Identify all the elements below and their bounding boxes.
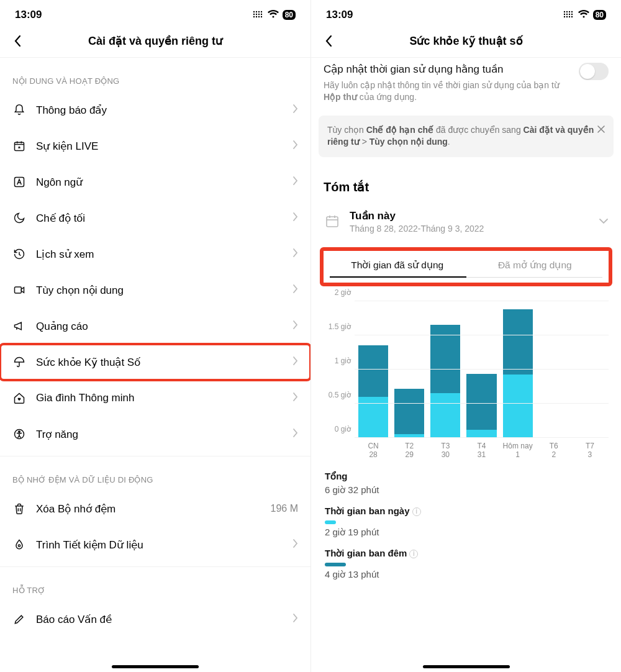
settings-item-bell[interactable]: Thông báo đẩy xyxy=(0,92,310,128)
info-icon[interactable]: i xyxy=(412,507,421,516)
page-title: Sức khỏe kỹ thuật số xyxy=(311,34,621,48)
chevron-right-icon xyxy=(292,212,298,224)
svg-point-21 xyxy=(566,14,567,15)
svg-point-19 xyxy=(566,16,567,17)
settings-item-megaphone[interactable]: Quảng cáo xyxy=(0,308,310,344)
chevron-right-icon xyxy=(292,538,298,551)
chevron-right-icon xyxy=(292,392,298,404)
item-label: Trình Tiết kiệm Dữ liệu xyxy=(36,538,283,552)
nav-header: Cài đặt và quyền riêng tư xyxy=(0,27,310,57)
home-indicator[interactable] xyxy=(423,665,510,668)
settings-item-pen[interactable]: Báo cáo Vấn đề xyxy=(0,601,310,637)
chevron-right-icon xyxy=(292,104,298,116)
settings-item-calendar-star[interactable]: Sự kiện LIVE xyxy=(0,128,310,164)
svg-point-23 xyxy=(568,14,569,15)
tabs-container: Thời gian đã sử dụng Đã mở ứng dụng xyxy=(321,248,611,285)
item-label: Sự kiện LIVE xyxy=(36,140,283,153)
x-tick: T431 xyxy=(466,442,496,460)
drop-icon xyxy=(12,538,26,552)
nighttime-bar xyxy=(325,563,346,566)
section-header-cache: BỘ NHỚ ĐỆM VÀ DỮ LIỆU DI ĐỘNG xyxy=(0,456,310,491)
daytime-row: Thời gian ban ngàyi 2 giờ 19 phút xyxy=(325,506,607,538)
item-label: Gia đình Thông minh xyxy=(36,392,283,404)
tab-app-opened[interactable]: Đã mở ứng dụng xyxy=(466,257,604,277)
megaphone-icon xyxy=(12,319,26,333)
close-icon[interactable] xyxy=(595,123,607,135)
status-bar: 13:09 80 xyxy=(0,0,310,27)
item-label: Ngôn ngữ xyxy=(36,176,283,189)
y-tick: 0.5 giờ xyxy=(324,391,351,399)
settings-item-trash[interactable]: Xóa Bộ nhớ đệm196 M xyxy=(0,491,310,527)
calendar-star-icon xyxy=(12,139,26,153)
right-phone: 13:09 80 Sức khỏe kỹ thuật số Cập nhật t… xyxy=(310,0,621,672)
nav-header: Sức khỏe kỹ thuật số xyxy=(311,27,621,57)
y-tick: 2 giờ xyxy=(324,288,351,297)
video-icon xyxy=(12,283,26,297)
svg-point-28 xyxy=(568,11,569,12)
moon-icon xyxy=(12,211,26,225)
chevron-right-icon xyxy=(292,356,298,368)
bar xyxy=(394,389,424,438)
chevron-right-icon xyxy=(292,284,298,296)
status-time: 13:09 xyxy=(15,9,42,21)
settings-item-history[interactable]: Lịch sử xem xyxy=(0,236,310,272)
svg-point-20 xyxy=(563,14,564,15)
svg-rect-14 xyxy=(15,287,22,293)
accessibility-icon xyxy=(12,427,26,441)
summary-title: Tóm tắt xyxy=(324,179,609,194)
wifi-icon xyxy=(578,9,589,20)
svg-rect-30 xyxy=(327,217,338,227)
weekly-update-title: Cập nhật thời gian sử dụng hằng tuần xyxy=(324,63,571,76)
back-button[interactable] xyxy=(321,34,336,48)
svg-point-6 xyxy=(260,16,261,17)
week-range: Tháng 8 28, 2022-Tháng 9 3, 2022 xyxy=(350,224,484,234)
x-tick: T62 xyxy=(539,442,569,460)
svg-point-2 xyxy=(253,14,254,15)
status-icons: 80 xyxy=(253,9,296,20)
daytime-value: 2 giờ 19 phút xyxy=(325,527,607,538)
home-indicator[interactable] xyxy=(112,665,199,668)
total-label: Tổng xyxy=(325,471,607,482)
week-label: Tuần này xyxy=(350,209,484,222)
settings-item-video[interactable]: Tùy chọn nội dung xyxy=(0,272,310,308)
week-selector[interactable]: Tuần này Tháng 8 28, 2022-Tháng 9 3, 202… xyxy=(311,203,621,237)
x-tick: Hôm nay1 xyxy=(503,442,533,460)
daytime-bar xyxy=(325,520,336,524)
settings-item-drop[interactable]: Trình Tiết kiệm Dữ liệu xyxy=(0,527,310,563)
svg-point-24 xyxy=(571,16,572,17)
item-label: Tùy chọn nội dung xyxy=(36,284,283,297)
nighttime-row: Thời gian ban đêmi 4 giờ 13 phút xyxy=(325,548,607,580)
bell-icon xyxy=(12,103,26,117)
y-tick: 1.5 giờ xyxy=(324,322,351,331)
nighttime-label: Thời gian ban đêmi xyxy=(325,548,607,559)
chevron-right-icon xyxy=(292,176,298,188)
x-tick: T73 xyxy=(575,442,605,460)
item-label: Thông báo đẩy xyxy=(36,104,283,117)
svg-point-11 xyxy=(260,11,261,12)
settings-item-accessibility[interactable]: Trợ năng xyxy=(0,416,310,452)
settings-item-moon[interactable]: Chế độ tối xyxy=(0,200,310,236)
back-button[interactable] xyxy=(10,34,25,48)
tab-time-spent[interactable]: Thời gian đã sử dụng xyxy=(329,257,466,277)
settings-item-letter-a[interactable]: Ngôn ngữ xyxy=(0,164,310,200)
bar xyxy=(430,325,460,438)
svg-point-25 xyxy=(571,14,572,15)
total-value: 6 giờ 32 phút xyxy=(325,484,607,496)
history-icon xyxy=(12,247,26,261)
weekly-update-desc: Hãy luôn cập nhật thông tin về thời gian… xyxy=(324,79,571,103)
weekly-update-toggle[interactable] xyxy=(579,63,609,80)
umbrella-icon xyxy=(12,355,26,369)
item-label: Trợ năng xyxy=(36,428,283,441)
settings-item-home-heart[interactable]: Gia đình Thông minh xyxy=(0,380,310,416)
svg-point-22 xyxy=(568,16,569,17)
info-icon[interactable]: i xyxy=(409,550,418,558)
svg-point-26 xyxy=(563,11,564,12)
settings-item-umbrella[interactable]: Sức khỏe Kỹ thuật Số xyxy=(0,344,310,380)
item-label: Sức khỏe Kỹ thuật Số xyxy=(36,356,283,369)
chevron-right-icon xyxy=(292,140,298,152)
status-bar: 13:09 80 xyxy=(311,0,621,27)
x-tick: T229 xyxy=(394,442,424,460)
trash-icon xyxy=(12,502,26,515)
item-value: 196 M xyxy=(271,503,298,514)
svg-point-8 xyxy=(253,11,254,12)
